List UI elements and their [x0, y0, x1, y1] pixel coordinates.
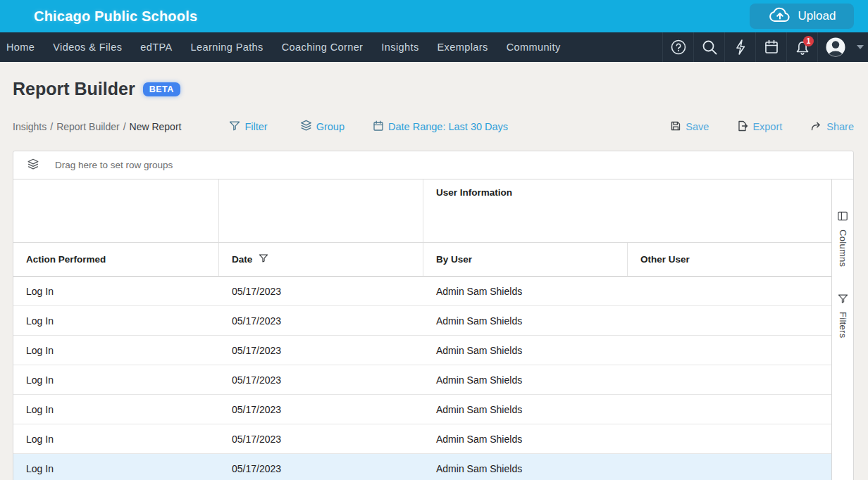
group-header-user-information[interactable]: User Information [423, 179, 833, 242]
group-header-empty [13, 179, 219, 242]
activity-button[interactable] [724, 32, 755, 62]
search-button[interactable] [693, 32, 724, 62]
upload-button-label: Upload [798, 9, 836, 23]
report-actions: Save Export Share [670, 120, 854, 134]
report-toolbar: Insights/Report Builder/New Report Filte… [13, 117, 854, 137]
share-label: Share [826, 121, 854, 132]
column-header-other-user[interactable]: Other User [628, 243, 833, 276]
table-cell-action: Log In [13, 277, 219, 305]
nav-item-home[interactable]: Home [0, 32, 44, 62]
table-cell-by_user: Admin Sam Shields [423, 336, 628, 365]
table-cell-other_user [628, 395, 833, 424]
breadcrumb-insights[interactable]: Insights [13, 121, 46, 132]
table-row[interactable]: Log In05/17/2023Admin Sam Shields [13, 424, 833, 454]
table-row[interactable]: Log In05/17/2023Admin Sam Shields [13, 336, 833, 365]
row-group-hint-text: Drag here to set row groups [55, 160, 173, 170]
table-cell-other_user [628, 306, 833, 335]
filter-button[interactable]: Filter [229, 120, 267, 134]
table-row[interactable]: Log In05/17/2023Admin Sam Shields [13, 306, 833, 336]
column-header-label: Date [232, 254, 252, 265]
breadcrumb-report-builder[interactable]: Report Builder [56, 121, 120, 132]
grid-body: Log In05/17/2023Admin Sam ShieldsLog In0… [13, 277, 833, 480]
notifications-button[interactable]: 1 [786, 32, 817, 62]
table-cell-by_user: Admin Sam Shields [423, 277, 628, 305]
column-header-label: Action Performed [26, 254, 106, 265]
column-header-action-performed[interactable]: Action Performed [13, 243, 219, 276]
table-cell-date: 05/17/2023 [219, 454, 423, 480]
table-row[interactable]: Log In05/17/2023Admin Sam Shields [13, 365, 833, 395]
group-label: Group [316, 121, 345, 132]
column-header-row: Action Performed Date By User Other User [13, 243, 833, 277]
table-cell-by_user: Admin Sam Shields [423, 395, 628, 424]
table-cell-action: Log In [13, 424, 219, 453]
notification-count-badge: 1 [803, 36, 814, 46]
table-cell-action: Log In [13, 306, 219, 335]
side-tab-filters[interactable]: Filters [838, 293, 848, 339]
table-cell-date: 05/17/2023 [219, 336, 423, 365]
table-cell-by_user: Admin Sam Shields [423, 365, 628, 394]
row-group-drop-zone[interactable]: Drag here to set row groups [13, 151, 853, 179]
save-button[interactable]: Save [670, 120, 709, 134]
layers-icon [300, 120, 312, 134]
lightning-bolt-icon [733, 39, 748, 56]
table-cell-date: 05/17/2023 [219, 365, 423, 394]
breadcrumb-current: New Report [130, 121, 182, 132]
table-row[interactable]: Log In05/17/2023Admin Sam Shields [13, 454, 833, 480]
share-button[interactable]: Share [810, 120, 854, 134]
column-header-by-user[interactable]: By User [423, 243, 628, 276]
help-button[interactable] [662, 32, 693, 62]
table-cell-action: Log In [13, 454, 219, 480]
export-button[interactable]: Export [737, 120, 782, 134]
nav-item-exemplars[interactable]: Exemplars [428, 32, 497, 62]
table-cell-by_user: Admin Sam Shields [423, 424, 628, 453]
table-cell-date: 05/17/2023 [219, 306, 423, 335]
brand-title: Chicago Public Schools [0, 8, 197, 25]
nav-item-learning-paths[interactable]: Learning Paths [182, 32, 273, 62]
group-button[interactable]: Group [300, 120, 345, 134]
table-row[interactable]: Log In05/17/2023Admin Sam Shields [13, 395, 833, 424]
account-menu-caret[interactable] [852, 32, 868, 62]
export-label: Export [752, 121, 782, 132]
side-tab-columns[interactable]: Columns [837, 210, 848, 267]
column-header-label: By User [436, 254, 472, 265]
table-cell-date: 05/17/2023 [219, 277, 423, 305]
table-cell-by_user: Admin Sam Shields [423, 454, 628, 480]
funnel-icon [838, 293, 848, 307]
column-filter-icon[interactable] [259, 253, 268, 265]
table-row[interactable]: Log In05/17/2023Admin Sam Shields [13, 277, 833, 306]
table-cell-by_user: Admin Sam Shields [423, 306, 628, 335]
export-icon [737, 120, 748, 134]
nav-links: Home Videos & Files edTPA Learning Paths… [0, 32, 570, 62]
calendar-button[interactable] [755, 32, 786, 62]
nav-item-insights[interactable]: Insights [372, 32, 428, 62]
account-menu-button[interactable] [817, 32, 852, 62]
filter-label: Filter [244, 121, 267, 132]
column-header-date[interactable]: Date [219, 243, 423, 276]
date-range-label: Date Range: Last 30 Days [388, 121, 508, 132]
funnel-icon [229, 120, 240, 134]
grid-area: User Information Action Performed Date B… [13, 179, 853, 480]
upload-button[interactable]: Upload [750, 4, 854, 29]
side-tab-columns-label: Columns [838, 229, 848, 267]
nav-item-edtpa[interactable]: edTPA [131, 32, 181, 62]
breadcrumb-separator: / [46, 121, 56, 132]
grid-columns-area: User Information Action Performed Date B… [13, 179, 833, 480]
save-icon [670, 120, 681, 134]
table-cell-date: 05/17/2023 [219, 424, 423, 453]
grid-side-bar: Columns Filters [831, 179, 853, 480]
calendar-icon [373, 120, 384, 134]
report-grid-panel: Drag here to set row groups User Informa… [13, 151, 854, 480]
side-tab-filters-label: Filters [838, 312, 848, 339]
help-icon [670, 39, 687, 56]
column-header-label: Other User [640, 254, 690, 265]
date-range-button[interactable]: Date Range: Last 30 Days [373, 120, 508, 134]
nav-item-community[interactable]: Community [497, 32, 570, 62]
nav-item-videos-files[interactable]: Videos & Files [44, 32, 131, 62]
group-header-empty [219, 179, 423, 242]
nav-item-coaching-corner[interactable]: Coaching Corner [273, 32, 373, 62]
chevron-down-icon [857, 45, 864, 49]
page-title: Report Builder [13, 79, 135, 99]
main-navbar: Home Videos & Files edTPA Learning Paths… [0, 32, 868, 62]
nav-icon-group: 1 [662, 32, 868, 62]
layers-icon [27, 158, 39, 172]
